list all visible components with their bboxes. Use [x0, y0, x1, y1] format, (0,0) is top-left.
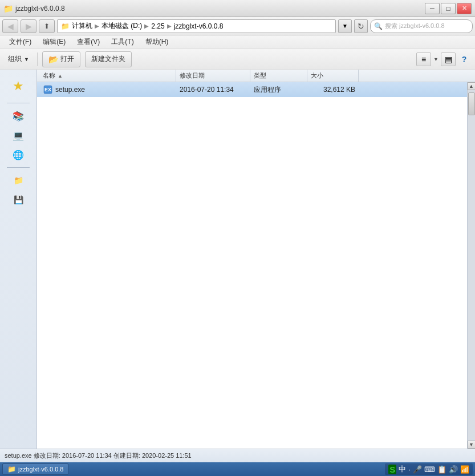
file-size-cell: 32,612 KB	[307, 86, 359, 94]
search-placeholder: 搜索 jzzbglxt-v6.0.0.8	[385, 22, 445, 30]
open-label: 打开	[60, 54, 74, 64]
taskbar-right: S 中 · 🎤 ⌨ 📋 🔊 📶	[385, 463, 473, 475]
addr-part-folder: jzzbglxt-v6.0.0.8	[174, 22, 224, 30]
title-controls: ─ □ ✕	[425, 3, 472, 14]
new-folder-label: 新建文件夹	[91, 54, 125, 64]
addr-sep-1: ▶	[95, 23, 99, 29]
menu-bar: 文件(F) 编辑(E) 查看(V) 工具(T) 帮助(H)	[0, 35, 475, 49]
sidebar: ★ 📚 💻 🌐 📁 💾	[0, 70, 37, 449]
close-button[interactable]: ✕	[457, 3, 472, 14]
col-header-date[interactable]: 修改日期	[176, 70, 250, 82]
title-bar: 📁 jzzbglxt-v6.0.0.8 ─ □ ✕	[0, 0, 475, 17]
taskbar: 📁 jzzbglxt-v6.0.0.8 S 中 · 🎤 ⌨ 📋 🔊 📶	[0, 462, 475, 476]
file-name-cell: EX setup.exe	[39, 84, 176, 95]
tray-mic-icon: 🎤	[413, 465, 422, 474]
sidebar-item-computer[interactable]: 💻	[9, 127, 27, 143]
address-bar[interactable]: 📁 计算机 ▶ 本地磁盘 (D:) ▶ 2.25 ▶ jzzbglxt-v6.0…	[57, 19, 336, 33]
sidebar-divider-2	[7, 167, 30, 168]
tray-network-icon: 📶	[460, 465, 469, 474]
open-icon: 📂	[48, 55, 58, 64]
column-headers: 名称 ▲ 修改日期 类型 大小	[37, 70, 475, 82]
col-type-label: 类型	[254, 71, 266, 80]
col-header-size[interactable]: 大小	[307, 70, 359, 82]
search-bar[interactable]: 🔍 搜索 jzzbglxt-v6.0.0.8	[370, 19, 473, 33]
title-bar-left: 📁 jzzbglxt-v6.0.0.8	[3, 4, 65, 13]
sidebar-item-network[interactable]: 🌐	[9, 147, 27, 163]
status-text: setup.exe 修改日期: 2016-07-20 11:34 创建日期: 2…	[5, 451, 192, 460]
up-button[interactable]: ⬆	[39, 19, 55, 33]
network-icon: 🌐	[13, 150, 24, 160]
preview-pane-button[interactable]: ▤	[441, 53, 456, 66]
window-title: jzzbglxt-v6.0.0.8	[15, 5, 65, 13]
maximize-button[interactable]: □	[441, 3, 456, 14]
sidebar-divider-1	[7, 103, 30, 103]
scroll-thumb[interactable]	[468, 92, 475, 115]
col-size-label: 大小	[311, 71, 323, 80]
file-name: setup.exe	[55, 86, 85, 94]
exe-file-icon: EX	[43, 84, 53, 95]
file-date-cell: 2016-07-20 11:34	[176, 86, 250, 94]
status-bar: setup.exe 修改日期: 2016-07-20 11:34 创建日期: 2…	[0, 449, 475, 462]
tray-clipboard-icon: 📋	[437, 465, 446, 474]
minimize-button[interactable]: ─	[425, 3, 440, 14]
scroll-track[interactable]	[468, 90, 475, 441]
taskbar-folder-item[interactable]: 📁 jzzbglxt-v6.0.0.8	[2, 463, 68, 475]
scroll-up-button[interactable]: ▲	[468, 82, 476, 90]
refresh-button[interactable]: ↻	[354, 19, 368, 33]
sort-arrow-name: ▲	[58, 73, 63, 79]
tray-s-icon: S	[388, 465, 396, 474]
open-button[interactable]: 📂 打开	[42, 51, 80, 67]
view-toggle-button[interactable]: ≡	[416, 53, 431, 66]
help-button[interactable]: ?	[458, 53, 470, 66]
file-row-setup[interactable]: EX setup.exe 2016-07-20 11:34 应用程序 32,61…	[37, 82, 475, 97]
library-icon: 📚	[13, 111, 24, 122]
taskbar-folder-label: jzzbglxt-v6.0.0.8	[18, 466, 63, 473]
menu-file[interactable]: 文件(F)	[5, 36, 36, 48]
scroll-down-button[interactable]: ▼	[468, 441, 476, 449]
taskbar-folder-icon: 📁	[7, 465, 16, 473]
svg-text:EX: EX	[44, 87, 51, 92]
menu-help[interactable]: 帮助(H)	[141, 36, 173, 48]
sidebar-item-extra1[interactable]: 📁	[9, 172, 27, 188]
view-controls: ≡ ▼ ▤ ?	[416, 53, 470, 66]
main-area: ★ 📚 💻 🌐 📁 💾 名称 ▲ 修改日期 类型	[0, 70, 475, 449]
addr-part-225: 2.25	[151, 22, 164, 30]
col-name-label: 名称	[43, 71, 55, 80]
sidebar-item-extra2[interactable]: 💾	[9, 192, 27, 208]
address-dropdown[interactable]: ▼	[338, 19, 352, 33]
menu-view[interactable]: 查看(V)	[72, 36, 104, 48]
addr-part-computer: 计算机	[72, 21, 92, 31]
toolbar: 组织 ▼ 📂 打开 新建文件夹 ≡ ▼ ▤ ?	[0, 49, 475, 70]
tray-chinese-icon: 中	[399, 464, 406, 474]
tray-volume-icon: 🔊	[449, 465, 458, 474]
tray-keyboard-icon: ⌨	[424, 465, 435, 474]
file-type-cell: 应用程序	[250, 85, 307, 95]
search-icon: 🔍	[374, 22, 383, 30]
system-tray: S 中 · 🎤 ⌨ 📋 🔊 📶	[385, 463, 473, 475]
window-icon: 📁	[3, 4, 13, 13]
back-button[interactable]: ◀	[2, 19, 18, 33]
menu-edit[interactable]: 编辑(E)	[38, 36, 70, 48]
vertical-scrollbar[interactable]: ▲ ▼	[467, 82, 475, 449]
sidebar-item-favorites[interactable]: ★	[6, 74, 30, 98]
file-type: 应用程序	[254, 85, 281, 95]
addr-sep-2: ▶	[144, 23, 149, 29]
view-dropdown-icon: ▼	[433, 57, 439, 62]
addr-part-disk: 本地磁盘 (D:)	[102, 21, 142, 31]
col-header-type[interactable]: 类型	[250, 70, 307, 82]
address-area: ◀ ▶ ⬆ 📁 计算机 ▶ 本地磁盘 (D:) ▶ 2.25 ▶ jzzbglx…	[0, 17, 475, 35]
toolbar-separator-1	[37, 53, 38, 66]
organize-button[interactable]: 组织 ▼	[5, 51, 33, 67]
addr-sep-3: ▶	[167, 23, 172, 29]
computer-icon: 💻	[13, 130, 24, 141]
file-size: 32,612 KB	[323, 86, 355, 94]
new-folder-button[interactable]: 新建文件夹	[85, 51, 132, 67]
col-date-label: 修改日期	[180, 71, 205, 80]
star-icon: ★	[13, 79, 24, 94]
organize-label: 组织	[8, 54, 22, 64]
col-header-name[interactable]: 名称 ▲	[39, 70, 176, 82]
forward-button[interactable]: ▶	[21, 19, 36, 33]
folder-icon-addr: 📁	[61, 22, 70, 30]
menu-tools[interactable]: 工具(T)	[107, 36, 138, 48]
sidebar-item-library[interactable]: 📚	[9, 108, 27, 124]
